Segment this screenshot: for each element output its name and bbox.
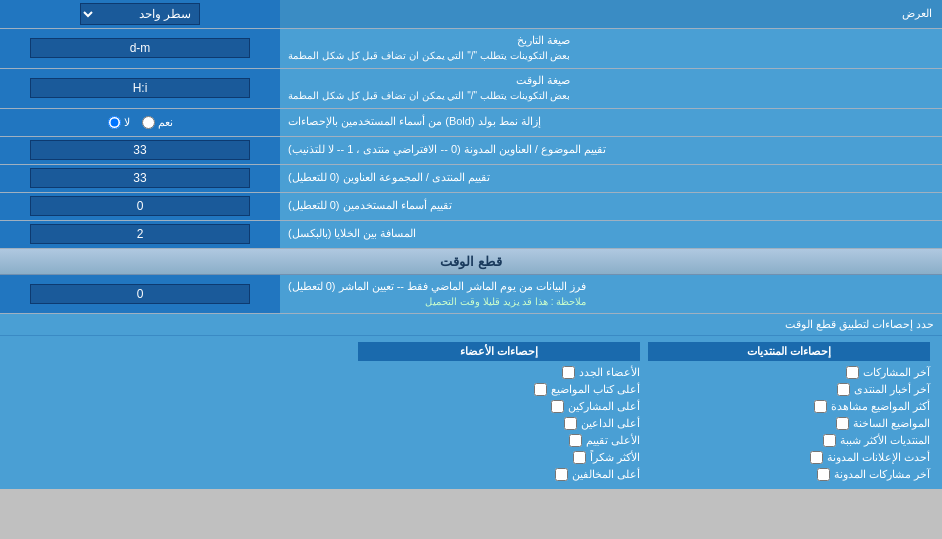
cb-last-blog-posts-input[interactable] xyxy=(817,468,830,481)
date-format-input[interactable] xyxy=(30,38,250,58)
cb-top-inviters-input[interactable] xyxy=(564,417,577,430)
display-mode-select[interactable]: سطر واحد سطرين ثلاثة أسطر xyxy=(80,3,200,25)
cb-top-violators-input[interactable] xyxy=(555,468,568,481)
cb-popular-forums-input[interactable] xyxy=(823,434,836,447)
cb-latest-announcements: أحدث الإعلانات المدونة xyxy=(648,449,930,466)
cb-top-inviters-label: أعلى الداعين xyxy=(581,417,640,430)
cb-top-writers: أعلى كتاب المواضيع xyxy=(358,381,640,398)
cutoff-text: فرز البيانات من يوم الماشر الماضي فقط --… xyxy=(288,279,586,310)
cb-most-thanked-label: الأكثر شكراً xyxy=(590,451,640,464)
date-format-text: صيغة التاريخبعض التكوينات يتطلب "/" التي… xyxy=(288,33,570,64)
cb-top-rated-input[interactable] xyxy=(569,434,582,447)
forum-order-label: تقييم المنتدى / المجموعة العناوين (0 للت… xyxy=(280,165,942,192)
gap-row: المسافة بين الخلايا (بالبكسل) xyxy=(0,221,942,249)
cb-last-news: آخر أخبار المنتدى xyxy=(648,381,930,398)
time-format-input-cell xyxy=(0,69,280,108)
cb-new-members: الأعضاء الجدد xyxy=(358,364,640,381)
gap-label: المسافة بين الخلايا (بالبكسل) xyxy=(280,221,942,248)
cutoff-section-header: قطع الوقت xyxy=(0,249,942,275)
cb-last-news-label: آخر أخبار المنتدى xyxy=(854,383,930,396)
radio-no: لا xyxy=(108,116,130,129)
stats-members-col: إحصاءات الأعضاء الأعضاء الجدد أعلى كتاب … xyxy=(354,342,644,483)
topic-order-input-cell xyxy=(0,137,280,164)
cb-most-viewed-input[interactable] xyxy=(814,400,827,413)
topic-order-label: تقييم الموضوع / العناوين المدونة (0 -- ا… xyxy=(280,137,942,164)
forum-order-row: تقييم المنتدى / المجموعة العناوين (0 للت… xyxy=(0,165,942,193)
cb-top-writers-input[interactable] xyxy=(534,383,547,396)
main-container: العرض سطر واحد سطرين ثلاثة أسطر صيغة الت… xyxy=(0,0,942,489)
cb-most-viewed: أكثر المواضيع مشاهدة xyxy=(648,398,930,415)
cb-last-news-input[interactable] xyxy=(837,383,850,396)
usernames-order-label: تقييم أسماء المستخدمين (0 للتعطيل) xyxy=(280,193,942,220)
cb-last-posts: آخر المشاركات xyxy=(648,364,930,381)
cb-popular-forums-label: المنتديات الأكثر شببة xyxy=(840,434,930,447)
time-format-row: صيغة الوقتبعض التكوينات يتطلب "/" التي ي… xyxy=(0,69,942,109)
cb-most-thanked-input[interactable] xyxy=(573,451,586,464)
cb-popular-forums: المنتديات الأكثر شببة xyxy=(648,432,930,449)
radio-yes-input[interactable] xyxy=(142,116,155,129)
cb-most-thanked: الأكثر شكراً xyxy=(358,449,640,466)
cb-hot-topics: المواضيع الساخنة xyxy=(648,415,930,432)
date-format-label: صيغة التاريخبعض التكوينات يتطلب "/" التي… xyxy=(280,29,942,68)
time-format-text: صيغة الوقتبعض التكوينات يتطلب "/" التي ي… xyxy=(288,73,570,104)
cb-top-inviters: أعلى الداعين xyxy=(358,415,640,432)
radio-no-input[interactable] xyxy=(108,116,121,129)
title-row: العرض سطر واحد سطرين ثلاثة أسطر xyxy=(0,0,942,29)
forum-order-input-cell xyxy=(0,165,280,192)
cutoff-header-text: قطع الوقت xyxy=(440,254,502,269)
cutoff-input-cell xyxy=(0,275,280,314)
gap-input-cell xyxy=(0,221,280,248)
bold-remove-label: إزالة نمط بولد (Bold) من أسماء المستخدمي… xyxy=(280,109,942,136)
cb-most-viewed-label: أكثر المواضيع مشاهدة xyxy=(831,400,930,413)
cb-hot-topics-input[interactable] xyxy=(836,417,849,430)
forum-order-input[interactable] xyxy=(30,168,250,188)
cb-last-posts-input[interactable] xyxy=(846,366,859,379)
time-format-input[interactable] xyxy=(30,78,250,98)
bottom-section: إحصاءات المنتديات آخر المشاركات آخر أخبا… xyxy=(0,336,942,489)
cb-top-participants-input[interactable] xyxy=(551,400,564,413)
stats-forums-col: إحصاءات المنتديات آخر المشاركات آخر أخبا… xyxy=(644,342,934,483)
cb-last-blog-posts: آخر مشاركات المدونة xyxy=(648,466,930,483)
cutoff-label: فرز البيانات من يوم الماشر الماضي فقط --… xyxy=(280,275,942,314)
stats-members-header: إحصاءات الأعضاء xyxy=(358,342,640,361)
stats-apply-text: حدد إحصاءات لتطبيق قطع الوقت xyxy=(785,318,934,330)
stats-apply-row: حدد إحصاءات لتطبيق قطع الوقت xyxy=(0,314,942,336)
radio-no-label: لا xyxy=(124,116,130,129)
radio-yes: نعم xyxy=(142,116,173,129)
stats-apply-col xyxy=(8,342,354,483)
forum-order-text: تقييم المنتدى / المجموعة العناوين (0 للت… xyxy=(288,170,490,185)
time-format-label: صيغة الوقتبعض التكوينات يتطلب "/" التي ي… xyxy=(280,69,942,108)
bold-remove-text: إزالة نمط بولد (Bold) من أسماء المستخدمي… xyxy=(288,114,541,129)
cb-top-violators: أعلى المخالفين xyxy=(358,466,640,483)
stats-members-header-text: إحصاءات الأعضاء xyxy=(460,345,538,357)
cb-last-blog-posts-label: آخر مشاركات المدونة xyxy=(834,468,930,481)
date-format-row: صيغة التاريخبعض التكوينات يتطلب "/" التي… xyxy=(0,29,942,69)
cb-hot-topics-label: المواضيع الساخنة xyxy=(853,417,930,430)
cb-top-violators-label: أعلى المخالفين xyxy=(572,468,640,481)
topic-order-text: تقييم الموضوع / العناوين المدونة (0 -- ا… xyxy=(288,142,606,157)
usernames-order-input-cell xyxy=(0,193,280,220)
cb-last-posts-label: آخر المشاركات xyxy=(863,366,930,379)
cb-latest-announcements-input[interactable] xyxy=(810,451,823,464)
page-title-text: العرض xyxy=(902,6,932,21)
bold-remove-radio-cell: نعم لا xyxy=(0,109,280,136)
topic-order-row: تقييم الموضوع / العناوين المدونة (0 -- ا… xyxy=(0,137,942,165)
stats-forums-header-text: إحصاءات المنتديات xyxy=(747,345,831,357)
usernames-order-row: تقييم أسماء المستخدمين (0 للتعطيل) xyxy=(0,193,942,221)
usernames-order-input[interactable] xyxy=(30,196,250,216)
usernames-order-text: تقييم أسماء المستخدمين (0 للتعطيل) xyxy=(288,198,452,213)
cutoff-input[interactable] xyxy=(30,284,250,304)
cb-top-participants-label: أعلى المشاركين xyxy=(568,400,640,413)
radio-yes-label: نعم xyxy=(158,116,173,129)
cb-new-members-label: الأعضاء الجدد xyxy=(579,366,640,379)
bold-remove-row: إزالة نمط بولد (Bold) من أسماء المستخدمي… xyxy=(0,109,942,137)
cb-top-rated: الأعلى تقييم xyxy=(358,432,640,449)
topic-order-input[interactable] xyxy=(30,140,250,160)
cb-top-writers-label: أعلى كتاب المواضيع xyxy=(551,383,640,396)
cb-top-participants: أعلى المشاركين xyxy=(358,398,640,415)
date-format-input-cell xyxy=(0,29,280,68)
bold-remove-radio-group: نعم لا xyxy=(108,116,173,129)
cb-new-members-input[interactable] xyxy=(562,366,575,379)
gap-input[interactable] xyxy=(30,224,250,244)
cb-top-rated-label: الأعلى تقييم xyxy=(586,434,640,447)
